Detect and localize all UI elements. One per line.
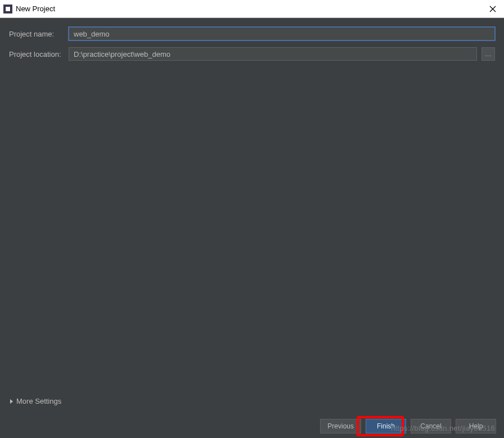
project-name-input[interactable]: [69, 27, 495, 40]
more-settings-toggle[interactable]: More Settings: [10, 397, 61, 405]
project-name-label: Project name:: [9, 30, 64, 38]
project-location-label: Project location:: [9, 50, 64, 58]
close-icon: [489, 6, 496, 12]
dialog-content: Project name: Project location: ...: [0, 18, 504, 61]
finish-button[interactable]: Finish: [366, 419, 406, 434]
cancel-button[interactable]: Cancel: [411, 419, 451, 434]
titlebar: New Project: [0, 0, 504, 18]
more-settings-label: More Settings: [16, 397, 61, 405]
chevron-right-icon: [10, 399, 13, 404]
ellipsis-icon: ...: [485, 51, 492, 57]
help-button[interactable]: Help: [456, 419, 496, 434]
button-bar: Previous Finish Cancel Help: [320, 419, 496, 434]
window-title: New Project: [16, 4, 55, 13]
app-icon: [3, 4, 12, 13]
close-button[interactable]: [486, 2, 500, 16]
previous-button[interactable]: Previous: [320, 419, 361, 434]
project-name-row: Project name:: [9, 27, 495, 40]
project-location-input[interactable]: [69, 47, 477, 61]
project-location-row: Project location: ...: [9, 47, 495, 61]
titlebar-left: New Project: [3, 4, 55, 13]
browse-button[interactable]: ...: [482, 47, 495, 61]
